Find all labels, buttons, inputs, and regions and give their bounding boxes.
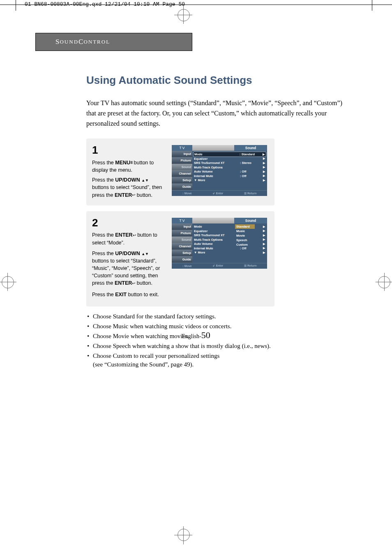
page-footer: English-50	[35, 330, 357, 341]
step-1-line-1: Press the MENU Ⅲ button to display the m…	[92, 159, 166, 174]
step-number: 2	[92, 215, 166, 231]
osd-left-item: Picture	[172, 157, 192, 164]
osd-tab-tv: T V	[172, 145, 192, 151]
osd-screenshot-2: T V Sound InputPictureSoundChannelSetupG…	[172, 218, 267, 269]
up-arrow-icon	[141, 177, 145, 183]
osd-menu-row: Mode: Standard▶	[193, 152, 266, 157]
osd-left-item: Sound	[172, 164, 192, 170]
content: Using Automatic Sound Settings Your TV h…	[86, 74, 349, 369]
note-item: Choose Standard for the standard factory…	[93, 312, 349, 321]
osd-popup-item: Music	[235, 229, 255, 233]
osd-left-item: Guide	[172, 256, 192, 263]
note-item: Choose Speech when watching a show that …	[93, 342, 349, 350]
osd-tab-sound: Sound	[234, 218, 267, 223]
osd-footer-hint: ↕ Move	[182, 265, 191, 267]
page: SOUND CONTROL Using Automatic Sound Sett…	[35, 33, 357, 370]
osd-tab-sound: Sound	[234, 145, 267, 151]
osd-left-menu: InputPictureSoundChannelSetupGuide	[172, 223, 192, 263]
osd-left-item: Setup	[172, 177, 192, 184]
registration-cross	[0, 282, 16, 282]
osd-left-item: Channel	[172, 243, 192, 250]
osd-left-item: Sound	[172, 237, 192, 243]
step-2-line-3: Press the EXIT button to exit.	[92, 291, 166, 298]
osd-screenshot-1: T V Sound InputPictureSoundChannelSetupG…	[172, 145, 267, 196]
notes-list: Choose Standard for the standard factory…	[86, 312, 349, 369]
section-header: SOUND CONTROL	[35, 33, 192, 51]
osd-left-item: Picture	[172, 230, 192, 237]
registration-cross	[384, 273, 385, 291]
osd-left-item: Guide	[172, 184, 192, 190]
osd-popup-item: Speech	[235, 238, 255, 242]
osd-footer-hint: ☰ Return	[244, 264, 257, 267]
intro-paragraph: Your TV has automatic sound settings (“S…	[86, 98, 349, 129]
osd-footer: ↕ Move↲ Enter☰ Return	[172, 263, 267, 269]
osd-left-item: Setup	[172, 250, 192, 256]
step-1-line-2: Press the UP/DOWN buttons to select “Sou…	[92, 176, 166, 198]
registration-mark-left	[2, 276, 14, 288]
note-item: Choose Custom to recall your personalize…	[93, 352, 349, 369]
osd-menu-row: SRS TruSurround XT: Stereo▶	[194, 161, 265, 165]
step-2-line-2: Press the UP/DOWN buttons to select “Sta…	[92, 250, 166, 287]
osd-right-panel: StandardMusicMovieSpeechCustom Mode▶Equa…	[192, 223, 267, 263]
step-2-text: 2 Press the ENTER↩ button to select “Mod…	[92, 215, 166, 299]
osd-footer-hint: ↕ Move	[182, 192, 191, 195]
step-1-text: 1 Press the MENU Ⅲ button to display the…	[92, 143, 166, 198]
registration-cross	[183, 526, 184, 544]
enter-icon: ↩	[133, 233, 136, 239]
footer-page-number: 50	[201, 330, 210, 340]
registration-mark-top	[178, 9, 190, 21]
section-title: SOUND CONTROL	[36, 33, 192, 51]
osd-right-panel: Mode: Standard▶Equalizer▶SRS TruSurround…	[192, 151, 267, 190]
down-arrow-icon	[145, 251, 149, 256]
crop-tick	[16, 0, 16, 11]
step-2-line-1: Press the ENTER↩ button to select “Mode”…	[92, 231, 166, 246]
osd-footer-hint: ☰ Return	[244, 192, 257, 195]
registration-cross	[7, 273, 8, 291]
note-item: Choose Music when watching music videos …	[93, 322, 349, 331]
osd-left-menu: InputPictureSoundChannelSetupGuide	[172, 151, 192, 190]
osd-left-item: Input	[172, 151, 192, 157]
osd-menu-row: Auto Volume: Off▶	[194, 169, 265, 174]
osd-menu-row: ▼ More▶	[194, 178, 265, 182]
step-number: 1	[92, 143, 166, 158]
step-1: 1 Press the MENU Ⅲ button to display the…	[86, 138, 274, 205]
step-2: 2 Press the ENTER↩ button to select “Mod…	[86, 211, 274, 307]
osd-tab-tv: T V	[172, 218, 192, 223]
footer-lang: English-	[182, 333, 201, 339]
osd-popup-item: Custom	[235, 242, 255, 247]
slugline: 01 BN68-00803A-00Eng.qxd 12/21/04 10:10 …	[25, 1, 185, 7]
crop-tick	[372, 0, 372, 11]
osd-footer: ↕ Move↲ Enter☰ Return	[172, 190, 267, 196]
page-title: Using Automatic Sound Settings	[86, 74, 349, 87]
osd-popup-item: Standard	[235, 224, 255, 229]
osd-menu-row: Internal Mute: Off▶	[194, 174, 265, 178]
registration-cross	[376, 282, 392, 282]
osd-menu-row: Internal Mute: Off▶	[194, 246, 265, 251]
down-arrow-icon	[145, 177, 149, 183]
osd-popup-item: Movie	[235, 233, 255, 238]
osd-left-item: Input	[172, 223, 192, 230]
osd-footer-hint: ↲ Enter	[212, 264, 223, 267]
osd-menu-row: Multi-Track Options▶	[194, 165, 265, 170]
osd-menu-row: Equalizer▶	[194, 157, 265, 161]
registration-cross	[183, 6, 184, 24]
osd-footer-hint: ↲ Enter	[212, 192, 223, 195]
osd-left-item: Channel	[172, 170, 192, 177]
osd-menu-row: ▼ More▶	[194, 251, 265, 255]
osd-mode-popup: StandardMusicMovieSpeechCustom	[235, 224, 255, 247]
up-arrow-icon	[141, 251, 145, 256]
